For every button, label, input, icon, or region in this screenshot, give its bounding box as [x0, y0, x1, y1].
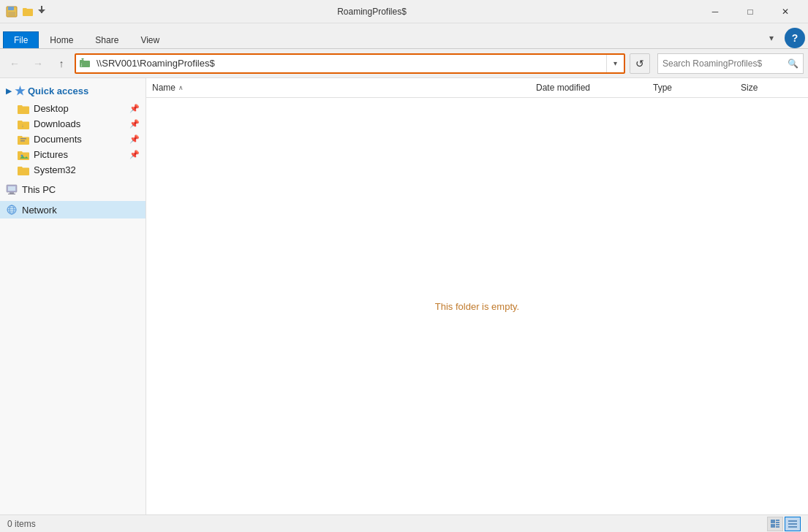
svg-rect-28 [788, 526, 797, 528]
svg-rect-26 [788, 520, 797, 522]
svg-rect-21 [776, 520, 779, 521]
ribbon-tabs: File Home Share View ▾ ? [0, 23, 808, 48]
svg-rect-24 [776, 524, 779, 525]
column-headers: Name ∧ Date modified Type Size [146, 78, 808, 98]
title-bar-icons [6, 6, 45, 18]
tab-file[interactable]: File [3, 31, 39, 48]
sidebar-item-pictures-label: Pictures [34, 149, 68, 160]
details-view-button[interactable] [767, 517, 783, 531]
column-type-label: Type [653, 83, 672, 93]
content-area: Name ∧ Date modified Type Size This fold… [146, 78, 808, 514]
svg-rect-1 [8, 7, 14, 10]
column-type-header[interactable]: Type [647, 81, 735, 94]
network-label: Network [22, 205, 57, 216]
quick-access-header[interactable]: ▶ ★ Quick access [0, 81, 146, 101]
pin-icon [38, 6, 45, 18]
address-dropdown-button[interactable]: ▾ [606, 55, 624, 72]
sidebar-item-documents[interactable]: Documents 📌 [0, 132, 146, 147]
file-list: This folder is empty. [146, 98, 808, 514]
ribbon-expand-button[interactable]: ▾ [761, 28, 782, 48]
star-icon: ★ [15, 84, 25, 98]
forward-icon: → [33, 58, 43, 69]
pictures-folder-icon [18, 150, 29, 160]
back-button[interactable]: ← [4, 53, 25, 74]
svg-rect-14 [8, 194, 15, 194]
downloads-folder-icon: ↓ [18, 119, 29, 129]
sidebar: ▶ ★ Quick access Desktop 📌 ↓ Downloads 📌 [0, 78, 146, 514]
system32-folder-icon [18, 165, 29, 175]
help-button[interactable]: ? [785, 28, 805, 48]
quick-access-section: ▶ ★ Quick access Desktop 📌 ↓ Downloads 📌 [0, 81, 146, 178]
pin-icon-desktop: 📌 [129, 104, 140, 113]
column-name-sort-icon: ∧ [178, 84, 184, 91]
this-pc-section: This PC [0, 180, 146, 198]
navigation-bar: ← → ↑ ↓ ▾ ↺ 🔍 [0, 49, 808, 78]
save-icon [6, 6, 18, 18]
sidebar-item-pictures[interactable]: Pictures 📌 [0, 147, 146, 162]
tab-home[interactable]: Home [39, 31, 84, 48]
address-folder-icon: ↓ [76, 58, 94, 69]
column-size-header[interactable]: Size [735, 81, 808, 94]
up-button[interactable]: ↑ [51, 53, 72, 74]
search-bar[interactable]: 🔍 [657, 53, 804, 74]
this-pc-label: This PC [22, 184, 56, 195]
search-input[interactable] [662, 58, 788, 69]
documents-folder-icon [18, 134, 29, 145]
sidebar-item-downloads[interactable]: ↓ Downloads 📌 [0, 116, 146, 132]
refresh-button[interactable]: ↺ [630, 53, 650, 74]
main-layout: ▶ ★ Quick access Desktop 📌 ↓ Downloads 📌 [0, 78, 808, 514]
svg-text:↓: ↓ [80, 61, 83, 68]
list-view-icon [788, 519, 798, 529]
maximize-button[interactable]: □ [733, 0, 767, 23]
sidebar-item-desktop-label: Desktop [34, 103, 69, 114]
status-bar: 0 items [0, 514, 808, 532]
svg-rect-2 [8, 12, 15, 16]
svg-rect-25 [776, 526, 779, 528]
folder-icon [22, 6, 34, 18]
sidebar-item-system32[interactable]: System32 [0, 162, 146, 178]
view-controls [767, 517, 801, 531]
empty-folder-message: This folder is empty. [435, 301, 519, 312]
address-input[interactable] [94, 58, 606, 69]
desktop-folder-icon [18, 104, 29, 114]
this-pc-icon [6, 183, 18, 195]
column-size-label: Size [741, 83, 758, 93]
network-icon [6, 204, 18, 216]
pin-icon-pictures: 📌 [129, 150, 140, 159]
close-button[interactable]: ✕ [769, 0, 802, 23]
title-bar-controls: ─ □ ✕ [698, 0, 802, 23]
tab-share[interactable]: Share [84, 31, 129, 48]
column-name-label: Name [152, 83, 175, 93]
pin-icon-downloads: 📌 [129, 119, 140, 129]
status-item-count: 0 items [7, 519, 36, 529]
pin-icon-documents: 📌 [129, 134, 140, 144]
list-view-button[interactable] [785, 517, 801, 531]
column-date-header[interactable]: Date modified [530, 81, 647, 94]
svg-rect-13 [10, 192, 14, 194]
back-icon: ← [10, 58, 20, 69]
network-section: Network [0, 201, 146, 218]
svg-rect-12 [8, 186, 15, 191]
svg-rect-23 [771, 524, 775, 528]
window-title: RoamingProfiles$ [45, 7, 698, 17]
quick-access-label: Quick access [28, 86, 88, 96]
svg-rect-22 [776, 522, 779, 523]
address-bar[interactable]: ↓ ▾ [75, 53, 625, 74]
sidebar-item-documents-label: Documents [34, 134, 82, 145]
refresh-icon: ↺ [635, 58, 644, 69]
svg-rect-27 [788, 523, 797, 525]
sidebar-item-system32-label: System32 [34, 164, 76, 175]
forward-button[interactable]: → [28, 53, 48, 74]
svg-rect-20 [771, 520, 775, 523]
sidebar-item-network[interactable]: Network [0, 201, 146, 218]
column-name-header[interactable]: Name ∧ [146, 81, 530, 94]
tab-view[interactable]: View [129, 31, 170, 48]
svg-marker-4 [38, 10, 45, 13]
sidebar-item-this-pc[interactable]: This PC [0, 180, 146, 198]
quick-access-chevron: ▶ [6, 87, 12, 95]
title-bar: RoamingProfiles$ ─ □ ✕ [0, 0, 808, 23]
minimize-button[interactable]: ─ [698, 0, 732, 23]
details-view-icon [770, 519, 780, 529]
svg-text:↓: ↓ [21, 123, 24, 128]
sidebar-item-desktop[interactable]: Desktop 📌 [0, 101, 146, 116]
